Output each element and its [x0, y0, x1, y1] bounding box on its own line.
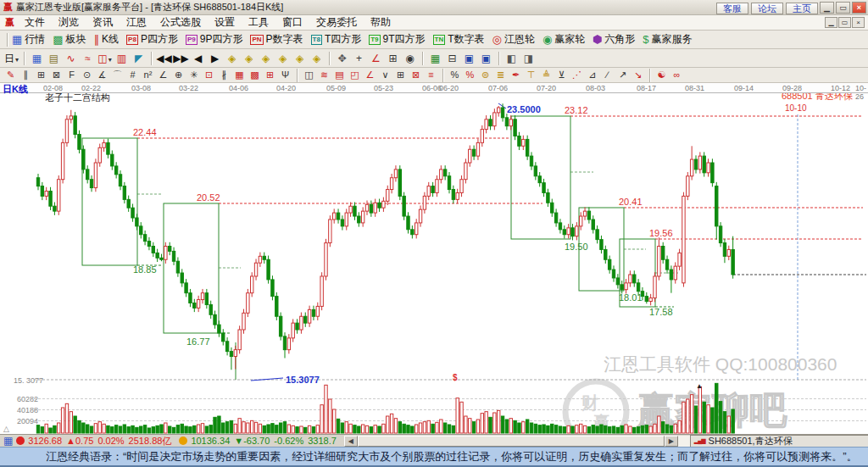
percent-levels-icon[interactable]: %	[463, 69, 477, 81]
tick-chart-icon[interactable]: ▥	[114, 51, 130, 66]
grid-tool-icon[interactable]: ⊞	[385, 51, 401, 66]
angle-ruler-icon[interactable]: ∡	[95, 69, 109, 81]
picture-grid-icon[interactable]: ◰	[348, 69, 362, 81]
menu-item-资讯[interactable]: 资讯	[86, 15, 120, 30]
vertical-lines-icon[interactable]: ∥	[19, 69, 33, 81]
fibonacci-f-icon[interactable]: F	[64, 69, 79, 81]
toolbar-kline-button[interactable]: ∥K线	[94, 32, 120, 47]
toolbar-sectors-button[interactable]: ▩板块	[53, 32, 86, 47]
box-k-icon[interactable]: ⊡	[202, 69, 216, 81]
save-layout-icon[interactable]: ▣	[461, 51, 477, 66]
toolbar-p-digit-table-button[interactable]: PNP数字表	[250, 32, 303, 47]
fan-lines-icon[interactable]: ✳	[186, 69, 201, 81]
scrollbar-thumb[interactable]	[358, 436, 665, 447]
nav-first-icon[interactable]: ◀◀	[156, 51, 172, 66]
restore-button[interactable]: ▭	[836, 2, 850, 14]
nav-next-icon[interactable]: ▶	[207, 51, 223, 66]
close-button[interactable]: ×	[852, 2, 866, 14]
toolbar-9p-square-button[interactable]: P99P四方形	[186, 32, 242, 47]
red-line-chart-icon[interactable]: ∿	[63, 51, 79, 66]
circle-cross-icon[interactable]: ⊕	[171, 69, 186, 81]
golden-bars-icon[interactable]: ≣	[493, 69, 508, 81]
scroll-left-button[interactable]: ◀	[344, 436, 358, 447]
arc-tool-icon[interactable]: ⌒	[110, 69, 125, 81]
pen-tool-icon[interactable]: ✎	[3, 69, 18, 81]
trend-up-icon[interactable]: ↗	[615, 69, 630, 81]
minimize-button[interactable]: ▁	[820, 2, 834, 14]
triangle-tool-icon[interactable]: ⊿	[585, 69, 599, 81]
menu-item-工具[interactable]: 工具	[242, 15, 275, 30]
fan-3-icon[interactable]: ≡	[424, 69, 438, 81]
red-grid-1-icon[interactable]: ▦	[232, 69, 247, 81]
scroll-right-button[interactable]: ▶	[665, 436, 678, 447]
link-left-icon[interactable]: ◧	[504, 51, 520, 66]
fibo-fan-icon[interactable]: ⋰	[570, 69, 584, 81]
mdi-minimize-button[interactable]: ▁	[825, 17, 837, 28]
angle-red-icon[interactable]: ∠	[363, 69, 377, 81]
menu-item-文件[interactable]: 文件	[18, 15, 52, 30]
menu-item-帮助[interactable]: 帮助	[364, 15, 398, 30]
menu-item-设置[interactable]: 设置	[208, 15, 242, 30]
diamond-expand-icon[interactable]: ◈	[292, 51, 308, 66]
menu-item-公式选股[interactable]: 公式选股	[153, 15, 208, 30]
title-link-0[interactable]: 客服	[716, 3, 748, 14]
grid-window-2-icon[interactable]: ⊞	[393, 69, 408, 81]
toolbar-9t-square-button[interactable]: T99T四方形	[369, 32, 425, 47]
candle-style-icon[interactable]: ◫▾	[97, 51, 113, 66]
crosshair-tool-icon[interactable]: +	[351, 51, 367, 66]
toolbar-gann-wheel-button[interactable]: ◎江恩轮	[492, 32, 535, 47]
gann-box-icon[interactable]: ⊠	[49, 69, 64, 81]
yinyang-icon[interactable]: ☯	[654, 69, 669, 81]
diamond-right-icon[interactable]: ◈	[241, 51, 257, 66]
fan-red-icon[interactable]: ≋	[317, 69, 331, 81]
diamond-shrink-icon[interactable]: ◈	[309, 51, 325, 66]
nav-last-icon[interactable]: ▶▶	[173, 51, 189, 66]
toolbar-winner-wheel-button[interactable]: ◉赢家轮	[542, 32, 585, 47]
calendar-icon[interactable]: ▦	[427, 51, 443, 66]
square-n2-icon[interactable]: n²	[141, 69, 155, 81]
angle-tool-icon[interactable]: ∠	[156, 69, 170, 81]
menu-item-交易委托[interactable]: 交易委托	[309, 15, 364, 30]
red-line-chart-2-icon[interactable]: ≈	[80, 51, 96, 66]
menu-item-江恩[interactable]: 江恩	[120, 15, 153, 30]
split-lines-icon[interactable]: ∦	[217, 69, 231, 81]
diamond-left-icon[interactable]: ◈	[224, 51, 240, 66]
spiral-tool-icon[interactable]: ⊙	[80, 69, 94, 81]
scrollbar-track[interactable]	[678, 436, 690, 447]
menu-item-浏览[interactable]: 浏览	[52, 15, 86, 30]
hand-tool-icon[interactable]: ✥	[334, 51, 350, 66]
gold-levels-icon[interactable]: ≜	[539, 69, 554, 81]
branch-tool-icon[interactable]: Ψ	[278, 69, 292, 81]
period-day-icon[interactable]: 日▾	[3, 51, 19, 66]
percent-ruler-icon[interactable]: %	[448, 69, 462, 81]
chart-frame-icon[interactable]: ▦	[29, 51, 45, 66]
window-grid-icon[interactable]: ⊞	[263, 69, 277, 81]
nav-prev-icon[interactable]: ◀	[190, 51, 206, 66]
golden-circle-icon[interactable]: ⊜	[478, 69, 492, 81]
toolbar-t-digit-table-button[interactable]: TNT数字表	[433, 32, 485, 47]
toolbar-hexagon-button[interactable]: 六角形	[593, 32, 635, 47]
hash-lines-icon[interactable]: #	[125, 69, 140, 81]
level-grid-icon[interactable]: ⊤	[524, 69, 538, 81]
grid-window-3-icon[interactable]: ⊠	[409, 69, 423, 81]
angle-down-icon[interactable]: ⊻	[554, 69, 569, 81]
menu-item-窗口[interactable]: 窗口	[275, 15, 309, 30]
gann-grid-icon[interactable]: ⊞	[34, 69, 48, 81]
box-line-icon[interactable]: ◫	[302, 69, 316, 81]
circle-tool-icon[interactable]: ◉	[402, 51, 418, 66]
title-link-2[interactable]: 主页	[786, 3, 818, 14]
color-flag-icon[interactable]: ◤	[131, 51, 147, 66]
save-disk-icon[interactable]: ▣	[478, 51, 494, 66]
toolbar-p-square-button[interactable]: P8P四方形	[126, 32, 178, 47]
diamond-up-icon[interactable]: ◈	[258, 51, 274, 66]
calculator-icon[interactable]: ⊟	[444, 51, 460, 66]
grid-pic-icon[interactable]: ▤	[332, 69, 347, 81]
trend-down-icon[interactable]: ↘	[631, 69, 645, 81]
note-pad-icon[interactable]: ▤	[46, 51, 62, 66]
toolbar-winner-service-button[interactable]: $赢家服务	[643, 32, 692, 47]
check-tool-icon[interactable]: ∨	[378, 69, 392, 81]
pen-price-icon[interactable]: ✒	[509, 69, 523, 81]
toolbar-t-square-button[interactable]: T8T四方形	[311, 32, 362, 47]
mdi-restore-button[interactable]: ▭	[838, 17, 851, 28]
quote-grid-icon[interactable]: ▦	[3, 435, 13, 447]
